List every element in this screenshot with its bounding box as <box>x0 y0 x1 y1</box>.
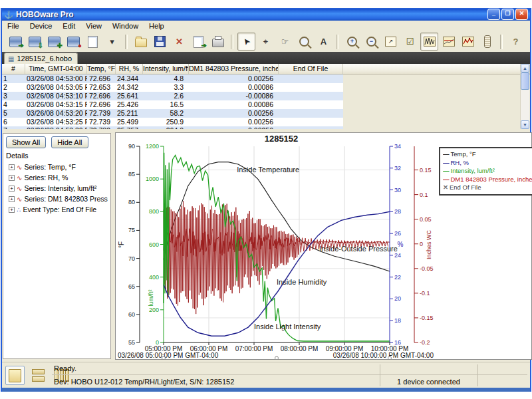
svg-text:26: 26 <box>394 230 401 237</box>
view-plot-lines-icon[interactable] <box>440 33 458 51</box>
table-cell: 2.6 <box>143 92 189 100</box>
status-cell-divider <box>477 364 478 386</box>
close-file-icon[interactable]: ✕ <box>170 33 188 51</box>
plot-setup-icon[interactable]: ☑ <box>401 33 419 51</box>
menu-help[interactable]: Help <box>144 21 170 31</box>
tree-item[interactable]: +∿Series: DM1 842803 Pressure, inch <box>6 194 108 204</box>
table-row[interactable]: 503/26/08 04:53:20 PM72.73925.21158.20.0… <box>2 109 343 118</box>
tree-expander-icon[interactable]: + <box>9 175 15 181</box>
table-row[interactable]: 103/26/08 04:53:00 PM72.69624.3444.80.00… <box>2 74 343 83</box>
menu-file[interactable]: File <box>2 21 25 31</box>
chart-title: 1285152 <box>265 134 299 144</box>
arrange-windows-icon[interactable]: ↗ <box>382 33 400 51</box>
view-split-rows-icon[interactable] <box>29 366 48 385</box>
svg-text:55: 55 <box>128 339 135 346</box>
minimize-button[interactable]: _ <box>487 9 500 20</box>
tree-expander-icon[interactable]: + <box>9 207 15 213</box>
menu-device[interactable]: Device <box>25 21 58 31</box>
view-single-pane-icon[interactable] <box>5 366 25 385</box>
zoom-tool-icon[interactable] <box>295 33 313 51</box>
new-datafile-icon[interactable] <box>84 33 102 51</box>
arrow-tool-icon[interactable]: ➤ <box>237 33 255 51</box>
stop-device-icon[interactable]: ● <box>65 33 82 51</box>
tree-expander-icon[interactable]: + <box>9 196 15 202</box>
menu-edit[interactable]: Edit <box>57 21 80 31</box>
view-points-icon[interactable] <box>459 33 477 51</box>
restore-button[interactable]: ❐ <box>501 9 514 20</box>
pressure-noise <box>164 201 388 314</box>
device-status-icon[interactable]: ✚ <box>45 33 63 51</box>
column-header[interactable]: Intensity, lum/ft² <box>143 64 189 74</box>
table-cell: 25.426 <box>116 100 143 109</box>
svg-text:65: 65 <box>128 283 135 290</box>
column-header[interactable]: Time, GMT-04:00 <box>25 64 87 74</box>
scroll-up-icon[interactable]: ▲ <box>521 64 529 72</box>
menu-view[interactable]: View <box>80 21 107 31</box>
table-cell: 6 <box>2 118 25 126</box>
table-scrollbar[interactable]: ▲ ▼ <box>520 64 529 129</box>
menu-bar: FileDeviceEditViewWindowHelp <box>2 21 530 32</box>
table-row[interactable]: 603/26/08 04:53:25 PM72.73925.499250.90.… <box>2 118 343 126</box>
column-header[interactable]: End Of File <box>279 64 343 74</box>
tree-item[interactable]: +∿Series: RH, % <box>6 172 108 183</box>
view-details-icon[interactable] <box>478 33 496 51</box>
open-file-icon[interactable] <box>132 33 150 51</box>
crosshair-tool-icon[interactable]: ⌖ <box>257 33 275 51</box>
svg-text:07:00:00 PM: 07:00:00 PM <box>235 345 273 352</box>
svg-text:0.15: 0.15 <box>420 167 432 174</box>
column-header[interactable]: DM1 842803 Pressure, inches WC <box>189 64 279 74</box>
menu-window[interactable]: Window <box>107 21 144 31</box>
tree-item[interactable]: +∿Series: Intensity, lum/ft² <box>6 183 108 194</box>
table-row[interactable]: 403/26/08 04:53:15 PM72.69625.42616.50.0… <box>2 100 343 109</box>
save-file-icon[interactable] <box>151 33 169 51</box>
x-axis-start-label: 03/26/08 05:00:00 PM GMT-04:00 <box>118 352 219 359</box>
column-header[interactable]: # <box>2 64 25 74</box>
details-heading: Details <box>6 152 108 160</box>
details-panel: Show All Hide All Details +∿Series: Temp… <box>3 133 111 359</box>
event-icon: ∴ <box>17 206 21 213</box>
hide-all-button[interactable]: Hide All <box>51 136 88 148</box>
close-button[interactable]: ✕ <box>515 9 528 20</box>
table-cell: 72.653 <box>87 83 116 92</box>
hand-tool-icon[interactable]: ☞ <box>276 33 294 51</box>
chart-annotation: Inside Temperature <box>237 166 299 174</box>
tree-expander-icon[interactable]: + <box>9 164 15 170</box>
tree-item[interactable]: +∿Series: Temp, °F <box>6 162 108 172</box>
column-header[interactable]: Temp, °F <box>87 64 116 74</box>
tree-expander-icon[interactable]: + <box>9 186 15 192</box>
table-cell: 03/26/08 04:53:05 PM <box>25 83 87 92</box>
help-icon[interactable]: ? <box>507 33 525 51</box>
legend-label: Intensity, lum/ft² <box>451 167 495 174</box>
title-bar[interactable]: ⚓ HOBOware Pro _ ❐ ✕ <box>2 8 530 21</box>
readout-device-icon[interactable]: ⇩ <box>26 33 44 51</box>
toolbar-separator <box>231 35 233 49</box>
scroll-down-icon[interactable]: ▼ <box>521 120 529 129</box>
show-all-button[interactable]: Show All <box>6 136 46 148</box>
table-cell <box>279 109 343 118</box>
table-row[interactable]: 303/26/08 04:53:10 PM72.69625.6412.6-0.0… <box>2 92 343 100</box>
column-header[interactable]: RH, % <box>116 64 143 74</box>
table-cell <box>279 100 343 109</box>
view-plot-icon[interactable] <box>420 33 438 51</box>
svg-text:18: 18 <box>394 317 401 324</box>
export-data-icon[interactable]: ➔ <box>190 33 207 51</box>
table-row[interactable]: 703/26/08 04:53:30 PM72.78225.757264.00.… <box>2 126 343 129</box>
scroll-thumb[interactable] <box>521 72 529 90</box>
table-cell: 03/26/08 04:53:20 PM <box>25 109 87 118</box>
zoom-in-icon[interactable]: + <box>343 33 361 51</box>
zoom-out-icon[interactable]: − <box>362 33 380 51</box>
table-cell: 72.696 <box>87 74 116 83</box>
table-cell: 1 <box>2 74 25 83</box>
table-cell: 4 <box>2 100 25 109</box>
tree-item[interactable]: +∴Event Type: End Of File <box>6 204 108 215</box>
table-row[interactable]: 203/26/08 04:53:05 PM72.65324.3423.30.00… <box>2 83 343 92</box>
svg-text:1000: 1000 <box>146 176 159 182</box>
svg-text:08:00:00 PM: 08:00:00 PM <box>281 345 319 352</box>
tab-datafile[interactable]: ▦ 1285152_6.hobo <box>4 53 78 64</box>
tree-item-label: Series: RH, % <box>24 174 68 182</box>
print-icon[interactable] <box>209 33 227 51</box>
launch-device-icon[interactable]: ➔ <box>7 33 25 51</box>
datafile-dropdown-icon[interactable]: ▾ <box>103 33 121 51</box>
measure-tool-icon[interactable]: A <box>315 33 332 51</box>
series-icon: ∿ <box>17 174 22 182</box>
